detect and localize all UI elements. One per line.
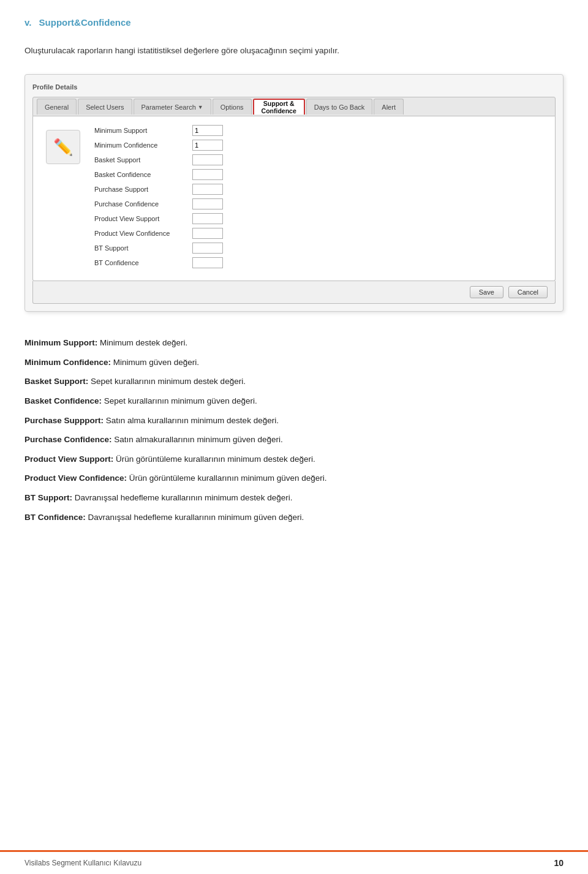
desc-purchase-confidence: Purchase Confidence: Satın almakuralları… [24, 433, 564, 446]
desc-label-bt-confidence: BT Confidence: [24, 513, 86, 522]
icon-area: ✏️ [42, 125, 85, 272]
label-bt-confidence: BT Confidence [94, 259, 192, 266]
tab-select-users[interactable]: Select Users [78, 99, 132, 115]
desc-label-minimum-confidence: Minimum Confidence: [24, 358, 111, 367]
form-row-basket-confidence: Basket Confidence [94, 169, 546, 180]
tab-options[interactable]: Options [213, 99, 252, 115]
save-button[interactable]: Save [470, 286, 503, 298]
label-product-view-support: Product View Support [94, 215, 192, 222]
label-product-view-confidence: Product View Confidence [94, 230, 192, 237]
desc-text-product-view-support: Ürün görüntüleme kurallarının minimum de… [116, 454, 315, 464]
desc-purchase-support: Purchase Suppport: Satın alma kuralların… [24, 414, 564, 428]
input-purchase-confidence[interactable] [192, 198, 223, 209]
input-basket-support[interactable] [192, 154, 223, 165]
section-number: v. [24, 17, 31, 28]
desc-label-purchase-support: Purchase Suppport: [24, 416, 104, 425]
footer-text: Visilabs Segment Kullanıcı Kılavuzu [24, 859, 141, 867]
profile-content: ✏️ Minimum Support Minimum Confidence Ba… [32, 116, 556, 281]
page-footer: Visilabs Segment Kullanıcı Kılavuzu 10 [0, 850, 588, 874]
input-minimum-support[interactable] [192, 125, 223, 136]
form-row-basket-support: Basket Support [94, 154, 546, 165]
form-row-product-view-confidence: Product View Confidence [94, 228, 546, 239]
desc-text-bt-support: Davranışsal hedefleme kurallarının minim… [75, 493, 293, 502]
desc-label-basket-support: Basket Support: [24, 377, 88, 386]
label-basket-support: Basket Support [94, 156, 192, 164]
desc-basket-support: Basket Support: Sepet kurallarının minim… [24, 375, 564, 388]
intro-text: Oluşturulacak raporların hangi istatitis… [24, 46, 339, 55]
page-header: v. Support&Confidence [0, 0, 588, 34]
form-row-purchase-support: Purchase Support [94, 184, 546, 195]
desc-text-minimum-support: Minimum destek değeri. [100, 338, 187, 347]
profile-box-wrapper: Profile Details General Select Users Par… [0, 68, 588, 330]
footer-page-number: 10 [554, 858, 564, 868]
tab-bar: General Select Users Parameter Search ▼ … [32, 97, 556, 116]
desc-minimum-confidence: Minimum Confidence: Minimum güven değeri… [24, 356, 564, 369]
tab-alert[interactable]: Alert [374, 99, 404, 115]
form-area: Minimum Support Minimum Confidence Baske… [94, 125, 546, 272]
tab-parameter-search[interactable]: Parameter Search ▼ [134, 99, 211, 115]
dropdown-arrow-icon: ▼ [198, 104, 203, 110]
cancel-button[interactable]: Cancel [508, 286, 548, 298]
page-title: v. Support&Confidence [24, 17, 131, 28]
desc-product-view-confidence: Product View Confidence: Ürün görüntülem… [24, 472, 564, 485]
desc-label-minimum-support: Minimum Support: [24, 338, 97, 347]
input-product-view-confidence[interactable] [192, 228, 223, 239]
desc-label-bt-support: BT Support: [24, 493, 72, 502]
form-row-purchase-confidence: Purchase Confidence [94, 198, 546, 209]
input-product-view-support[interactable] [192, 213, 223, 224]
profile-box: Profile Details General Select Users Par… [24, 74, 564, 312]
desc-label-basket-confidence: Basket Confidence: [24, 396, 102, 405]
label-minimum-support: Minimum Support [94, 127, 192, 134]
label-bt-support: BT Support [94, 244, 192, 252]
desc-text-minimum-confidence: Minimum güven değeri. [113, 358, 199, 367]
desc-minimum-support: Minimum Support: Minimum destek değeri. [24, 336, 564, 350]
label-basket-confidence: Basket Confidence [94, 171, 192, 178]
label-minimum-confidence: Minimum Confidence [94, 141, 192, 149]
desc-text-purchase-support: Satın alma kurallarının minimum destek d… [106, 416, 279, 425]
label-purchase-support: Purchase Support [94, 186, 192, 193]
form-row-minimum-confidence: Minimum Confidence [94, 140, 546, 151]
section-title: Support&Confidence [39, 17, 131, 28]
desc-text-bt-confidence: Davranışsal hedefleme kurallarının minim… [88, 513, 304, 522]
desc-text-purchase-confidence: Satın almakurallarının minimum güven değ… [114, 435, 282, 444]
desc-text-product-view-confidence: Ürün görüntüleme kurallarının minimum gü… [129, 473, 327, 483]
profile-box-title: Profile Details [32, 82, 556, 92]
tab-general[interactable]: General [37, 99, 77, 115]
desc-label-purchase-confidence: Purchase Confidence: [24, 435, 112, 444]
form-row-minimum-support: Minimum Support [94, 125, 546, 136]
input-basket-confidence[interactable] [192, 169, 223, 180]
label-purchase-confidence: Purchase Confidence [94, 200, 192, 208]
desc-text-basket-confidence: Sepet kurallarının minimum güven değeri. [104, 396, 257, 405]
form-row-bt-confidence: BT Confidence [94, 257, 546, 268]
intro-paragraph: Oluşturulacak raporların hangi istatitis… [0, 34, 588, 68]
form-row-product-view-support: Product View Support [94, 213, 546, 224]
tab-support-confidence[interactable]: Support &Confidence [253, 99, 305, 115]
profile-bottom-bar: Save Cancel [32, 281, 556, 304]
input-bt-confidence[interactable] [192, 257, 223, 268]
pencil-icon: ✏️ [46, 130, 80, 164]
desc-bt-support: BT Support: Davranışsal hedefleme kurall… [24, 491, 564, 505]
desc-text-basket-support: Sepet kurallarının minimum destek değeri… [91, 377, 246, 386]
input-purchase-support[interactable] [192, 184, 223, 195]
desc-label-product-view-support: Product View Support: [24, 454, 113, 464]
input-minimum-confidence[interactable] [192, 140, 223, 151]
desc-bt-confidence: BT Confidence: Davranışsal hedefleme kur… [24, 511, 564, 524]
desc-product-view-support: Product View Support: Ürün görüntüleme k… [24, 453, 564, 466]
description-section: Minimum Support: Minimum destek değeri. … [0, 330, 588, 536]
tab-days-to-go-back[interactable]: Days to Go Back [306, 99, 373, 115]
desc-label-product-view-confidence: Product View Confidence: [24, 473, 127, 483]
form-row-bt-support: BT Support [94, 243, 546, 254]
input-bt-support[interactable] [192, 243, 223, 254]
desc-basket-confidence: Basket Confidence: Sepet kurallarının mi… [24, 394, 564, 408]
